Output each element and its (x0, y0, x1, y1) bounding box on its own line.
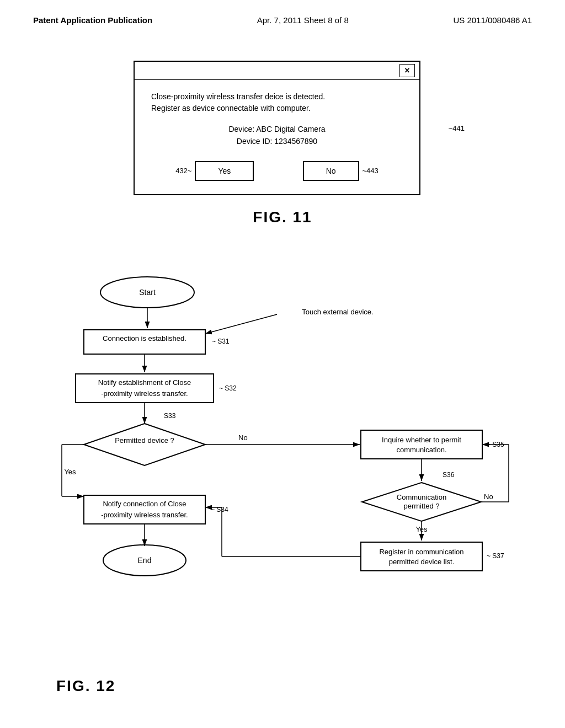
flowchart-svg: Start Touch external device. Connection … (45, 270, 520, 689)
dialog-device-info: Device: ABC Digital Camera Device ID: 12… (151, 123, 403, 148)
no-button[interactable]: No (303, 161, 359, 181)
svg-text:~ S37: ~ S37 (487, 552, 504, 560)
patent-number: US 2011/0080486 A1 (453, 15, 532, 25)
svg-marker-16 (84, 424, 205, 465)
svg-text:Yes: Yes (64, 468, 76, 476)
dialog-box: × Close-proximity wireless transfer deic… (134, 61, 420, 195)
svg-text:~ S31: ~ S31 (212, 338, 230, 345)
svg-text:No: No (238, 433, 248, 442)
svg-text:~ S32: ~ S32 (219, 384, 237, 392)
svg-text:-proximity wireless transfer.: -proximity wireless transfer. (101, 389, 188, 398)
svg-text:-proximity wireless transfer.: -proximity wireless transfer. (101, 511, 188, 519)
dialog-ref-441: ~441 (449, 124, 465, 132)
no-button-wrapper: No ~443 (303, 161, 379, 181)
fig11-section: × Close-proximity wireless transfer deic… (55, 61, 510, 226)
close-button[interactable]: × (399, 64, 415, 77)
svg-text:Inquire whether to permit: Inquire whether to permit (382, 436, 461, 444)
dialog-titlebar: × (135, 62, 419, 80)
yes-ref-label: 432~ (175, 167, 191, 175)
flowchart: Start Touch external device. Connection … (45, 270, 520, 689)
fig11-label: FIG. 11 (253, 208, 312, 226)
fig12-section: Start Touch external device. Connection … (33, 270, 532, 689)
svg-text:~ S34: ~ S34 (211, 506, 228, 513)
yes-button[interactable]: Yes (195, 161, 254, 181)
svg-text:Start: Start (139, 288, 156, 297)
publication-date-sheet: Apr. 7, 2011 Sheet 8 of 8 (257, 15, 349, 25)
dialog-main-text: Close-proximity wireless transfer deice … (151, 91, 403, 114)
dialog-wrapper: × Close-proximity wireless transfer deic… (134, 61, 431, 195)
svg-text:communication.: communication. (396, 446, 446, 454)
svg-text:permitted device list.: permitted device list. (389, 558, 455, 566)
svg-text:S33: S33 (164, 412, 176, 420)
publication-title: Patent Application Publication (33, 15, 152, 25)
svg-rect-24 (361, 430, 482, 459)
svg-text:permitted ?: permitted ? (403, 502, 439, 510)
yes-button-wrapper: 432~ Yes (175, 161, 254, 181)
svg-text:End: End (138, 556, 152, 565)
no-ref-label: ~443 (363, 167, 379, 175)
fig12-label: FIG. 12 (56, 677, 115, 695)
page-header: Patent Application Publication Apr. 7, 2… (0, 0, 565, 25)
svg-line-5 (205, 314, 277, 334)
svg-text:Touch external device.: Touch external device. (302, 308, 373, 316)
svg-text:Register in communication: Register in communication (379, 548, 463, 556)
svg-text:Notify connection of Close: Notify connection of Close (103, 500, 186, 508)
svg-text:No: No (484, 493, 493, 501)
svg-text:S36: S36 (443, 471, 455, 479)
svg-rect-39 (361, 542, 482, 571)
dialog-buttons: 432~ Yes No ~443 (151, 161, 403, 181)
svg-text:Permitted device ?: Permitted device ? (115, 436, 174, 445)
dialog-content: Close-proximity wireless transfer deice … (135, 80, 419, 194)
svg-text:Notify establishment of Close: Notify establishment of Close (98, 378, 191, 387)
svg-text:Communication: Communication (397, 493, 446, 501)
svg-text:Connection is established.: Connection is established. (103, 334, 186, 342)
